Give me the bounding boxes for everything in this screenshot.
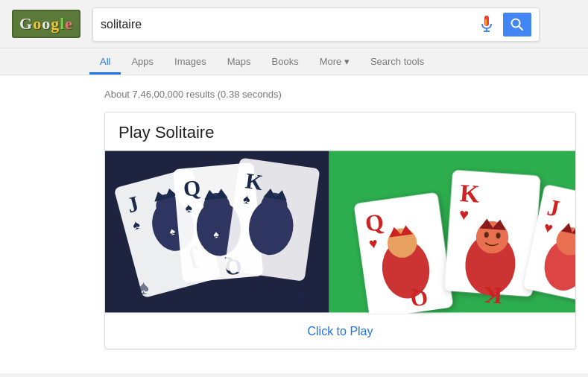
solitaire-title: Play Solitaire	[105, 113, 575, 150]
svg-text:Q: Q	[409, 285, 429, 311]
tab-more[interactable]: More ▾	[309, 48, 360, 75]
search-wrapper: solitaire	[92, 7, 540, 48]
svg-text:♥: ♥	[458, 206, 470, 224]
search-input[interactable]: solitaire	[101, 18, 479, 31]
main-content: About 7,46,00,000 results (0.38 seconds)…	[0, 75, 588, 373]
tab-books[interactable]: Books	[262, 48, 309, 75]
tab-all[interactable]: All	[89, 48, 121, 75]
svg-text:Q: Q	[364, 209, 385, 237]
solitaire-banner[interactable]: J ♠ J ♠ Q ♠ ♠	[105, 150, 575, 314]
feedback-text[interactable]: Feedback	[0, 373, 588, 377]
header: Google solitaire	[0, 0, 588, 48]
tab-images[interactable]: Images	[164, 48, 217, 75]
nav-tabs: All Apps Images Maps Books More ▾ Search…	[0, 48, 588, 75]
svg-text:K: K	[459, 179, 481, 208]
solitaire-card: Play Solitaire J ♠ J	[104, 112, 576, 349]
search-button[interactable]	[503, 13, 531, 37]
svg-line-5	[519, 26, 522, 30]
search-icons	[479, 13, 531, 37]
svg-text:♠: ♠	[138, 276, 149, 299]
google-logo[interactable]: Google	[12, 10, 80, 38]
play-button[interactable]: Click to Play	[105, 314, 575, 349]
svg-text:K: K	[483, 282, 503, 309]
svg-text:Q: Q	[183, 176, 202, 201]
svg-text:♠: ♠	[185, 200, 193, 215]
svg-rect-3	[485, 19, 487, 25]
tab-search-tools[interactable]: Search tools	[360, 48, 434, 75]
tab-maps[interactable]: Maps	[217, 48, 262, 75]
tab-apps[interactable]: Apps	[121, 48, 164, 75]
search-bar: solitaire	[92, 7, 540, 42]
svg-text:♠: ♠	[213, 229, 220, 241]
results-count: About 7,46,00,000 results (0.38 seconds)	[104, 83, 576, 112]
svg-text:♠: ♠	[296, 286, 306, 305]
svg-text:K: K	[244, 168, 265, 194]
mic-icon[interactable]	[479, 16, 494, 34]
